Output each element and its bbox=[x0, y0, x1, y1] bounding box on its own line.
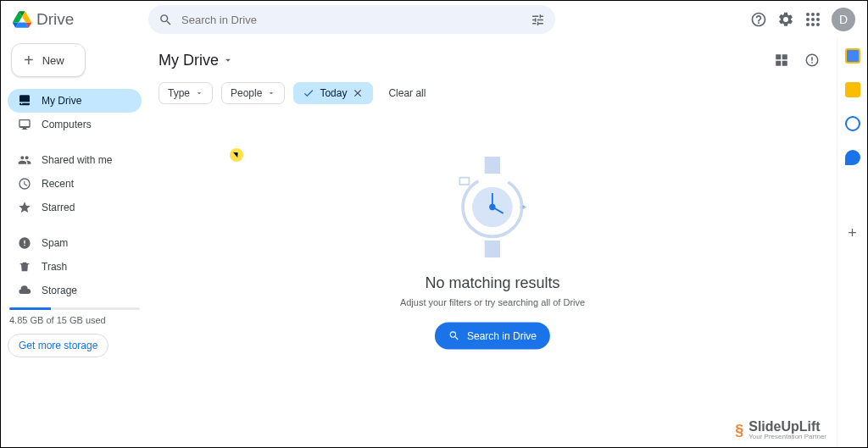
filter-modified[interactable]: Today bbox=[293, 82, 373, 104]
sidebar-item-label: Shared with me bbox=[42, 154, 112, 166]
breadcrumb-label: My Drive bbox=[159, 52, 219, 69]
sidebar-item-my-drive[interactable]: My Drive bbox=[8, 89, 142, 113]
filter-type[interactable]: Type bbox=[159, 82, 213, 104]
sidebar-item-label: Recent bbox=[42, 178, 74, 190]
sidebar-item-label: Starred bbox=[42, 202, 75, 213]
help-icon[interactable] bbox=[750, 11, 767, 28]
new-label: New bbox=[42, 54, 64, 67]
drive-logo-icon bbox=[13, 10, 31, 29]
storage-bar bbox=[9, 307, 140, 310]
chip-label: Today bbox=[320, 87, 347, 99]
button-label: Search in Drive bbox=[467, 330, 537, 342]
caret-down-icon bbox=[267, 89, 275, 97]
trash-icon bbox=[18, 260, 31, 274]
search-icon bbox=[448, 330, 460, 342]
computers-icon bbox=[18, 118, 31, 131]
calendar-icon[interactable] bbox=[845, 48, 860, 64]
empty-state: No matching results Adjust your filters … bbox=[400, 152, 585, 350]
svg-rect-1 bbox=[485, 241, 500, 257]
empty-title: No matching results bbox=[425, 274, 559, 292]
sidebar-item-shared[interactable]: Shared with me bbox=[8, 148, 142, 172]
keep-icon[interactable] bbox=[845, 82, 860, 97]
svg-rect-7 bbox=[460, 178, 470, 185]
caret-down-icon bbox=[222, 54, 234, 66]
sidebar-item-storage[interactable]: Storage bbox=[8, 279, 142, 302]
storage-text: 4.85 GB of 15 GB used bbox=[9, 315, 140, 325]
filter-people[interactable]: People bbox=[221, 82, 285, 104]
watermark-logo-icon: § bbox=[735, 422, 743, 440]
sidebar-item-label: Computers bbox=[42, 119, 92, 130]
cursor-indicator bbox=[230, 148, 243, 162]
new-button[interactable]: + New bbox=[11, 43, 86, 77]
product-name: Drive bbox=[36, 10, 74, 29]
get-storage-button[interactable]: Get more storage bbox=[8, 334, 108, 357]
watermark-tag: Your Presentation Partner bbox=[748, 434, 826, 440]
sidebar-item-label: Spam bbox=[42, 237, 68, 249]
clear-all[interactable]: Clear all bbox=[388, 87, 426, 99]
search-input[interactable] bbox=[181, 14, 522, 26]
contacts-icon[interactable] bbox=[845, 150, 860, 165]
caret-down-icon bbox=[195, 89, 203, 97]
cloud-icon bbox=[18, 284, 31, 297]
my-drive-icon bbox=[18, 94, 31, 108]
gear-icon[interactable] bbox=[777, 11, 794, 28]
addons-plus-icon[interactable]: + bbox=[848, 224, 857, 242]
empty-subtitle: Adjust your filters or try searching all… bbox=[400, 297, 585, 307]
sidebar-item-label: Storage bbox=[42, 285, 77, 296]
shared-icon bbox=[18, 153, 31, 167]
breadcrumb[interactable]: My Drive bbox=[159, 52, 234, 69]
check-icon bbox=[303, 87, 314, 99]
sidebar-item-starred[interactable]: Starred bbox=[8, 196, 142, 219]
main-header: My Drive bbox=[159, 45, 820, 75]
grid-view-icon[interactable] bbox=[774, 53, 789, 68]
sidebar-item-label: Trash bbox=[42, 261, 67, 273]
sidebar-item-spam[interactable]: Spam bbox=[8, 231, 142, 255]
logo-area[interactable]: Drive bbox=[8, 10, 148, 29]
search-icon bbox=[159, 13, 173, 27]
main-area: My Drive Type People Today bbox=[148, 38, 837, 447]
tune-icon[interactable] bbox=[531, 13, 545, 27]
info-icon[interactable] bbox=[804, 53, 820, 68]
avatar[interactable]: D bbox=[832, 8, 855, 31]
watermark-name: SlideUpLift bbox=[748, 420, 826, 434]
search-in-drive-button[interactable]: Search in Drive bbox=[435, 323, 550, 350]
search-box[interactable] bbox=[148, 5, 555, 34]
svg-rect-0 bbox=[485, 157, 500, 174]
apps-icon[interactable] bbox=[804, 11, 821, 28]
chip-label: People bbox=[231, 87, 262, 99]
right-rail: + bbox=[837, 38, 867, 447]
star-icon bbox=[18, 201, 31, 214]
top-icons: D bbox=[750, 8, 860, 31]
top-bar: Drive D bbox=[1, 1, 867, 38]
sidebar-item-trash[interactable]: Trash bbox=[8, 255, 142, 279]
sidebar-item-recent[interactable]: Recent bbox=[8, 172, 142, 196]
close-icon[interactable] bbox=[352, 87, 364, 99]
sidebar-item-label: My Drive bbox=[42, 95, 81, 107]
empty-illustration bbox=[446, 152, 539, 263]
filter-bar: Type People Today Clear all bbox=[159, 82, 820, 104]
tasks-icon[interactable] bbox=[845, 116, 860, 131]
chip-label: Type bbox=[168, 87, 190, 99]
sidebar-item-computers[interactable]: Computers bbox=[8, 113, 142, 136]
watermark: § SlideUpLift Your Presentation Partner bbox=[735, 420, 826, 440]
recent-icon bbox=[18, 177, 31, 191]
spam-icon bbox=[18, 236, 31, 250]
sidebar: + New My Drive Computers Shared with me … bbox=[1, 38, 148, 447]
